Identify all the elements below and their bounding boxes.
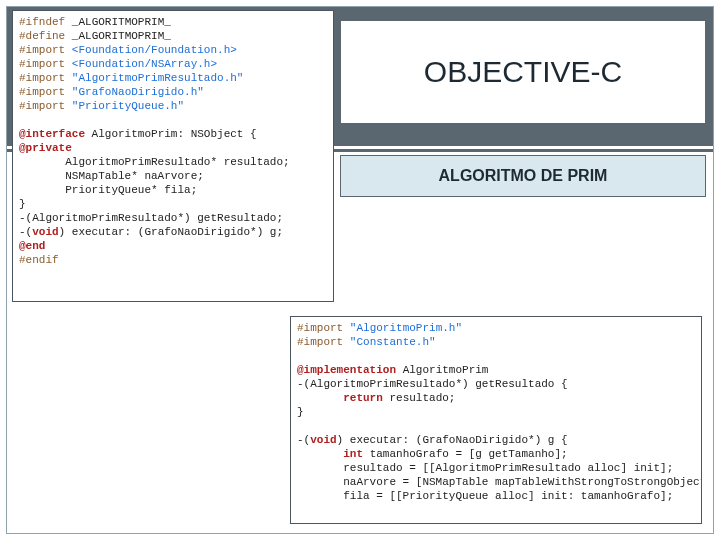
code-token: <Foundation/Foundation.h>: [72, 44, 237, 56]
code-line: AlgoritmoPrimResultado* resultado;: [19, 156, 290, 168]
page-title: OBJECTIVE-C: [424, 55, 622, 89]
code-line: }: [19, 198, 26, 210]
code-token: "AlgoritmoPrim.h": [350, 322, 462, 334]
code-implementation-file: #import "AlgoritmoPrim.h" #import "Const…: [290, 316, 702, 524]
code-line: resultado = [[AlgoritmoPrimResultado all…: [297, 462, 673, 474]
code-token: <Foundation/NSArray.h>: [72, 58, 217, 70]
code-token: int: [343, 448, 363, 460]
code-token: return: [343, 392, 383, 404]
code-token: #import: [297, 322, 343, 334]
page-subtitle: ALGORITMO DE PRIM: [439, 167, 608, 185]
code-token: @private: [19, 142, 72, 154]
code-token: -(: [297, 434, 310, 446]
code-header-file: #ifndef _ALGORITMOPRIM_ #define _ALGORIT…: [12, 10, 334, 302]
code-token: #define: [19, 30, 65, 42]
code-line: -(AlgoritmoPrimResultado*) getResultado;: [19, 212, 283, 224]
code-token: [297, 448, 343, 460]
code-token: void: [310, 434, 336, 446]
code-token: _ALGORITMOPRIM_: [72, 30, 171, 42]
code-token: ) executar: (GrafoNaoDirigido*) g;: [59, 226, 283, 238]
subtitle-box: ALGORITMO DE PRIM: [340, 155, 706, 197]
code-token: [297, 392, 343, 404]
code-token: _ALGORITMOPRIM_: [72, 16, 171, 28]
code-token: ) executar: (GrafoNaoDirigido*) g {: [337, 434, 568, 446]
code-token: #import: [19, 72, 65, 84]
code-token: #import: [19, 58, 65, 70]
code-line: fila = [[PriorityQueue alloc] init: tama…: [297, 490, 673, 502]
code-line: PriorityQueue* fila;: [19, 184, 197, 196]
code-token: tamanhoGrafo = [g getTamanho];: [363, 448, 568, 460]
code-token: "AlgoritmoPrimResultado.h": [72, 72, 244, 84]
code-token: @implementation: [297, 364, 396, 376]
code-token: @interface: [19, 128, 85, 140]
code-token: "PriorityQueue.h": [72, 100, 184, 112]
code-token: resultado;: [383, 392, 456, 404]
code-token: #endif: [19, 254, 59, 266]
code-line: -(AlgoritmoPrimResultado*) getResultado …: [297, 378, 568, 390]
code-token: #import: [297, 336, 343, 348]
code-line: naArvore = [NSMapTable mapTableWithStron…: [297, 476, 702, 488]
code-token: "GrafoNaoDirigido.h": [72, 86, 204, 98]
title-box: OBJECTIVE-C: [340, 20, 706, 124]
code-line: }: [297, 406, 304, 418]
code-token: AlgoritmoPrim: NSObject {: [85, 128, 257, 140]
code-token: AlgoritmoPrim: [396, 364, 488, 376]
code-token: #import: [19, 44, 65, 56]
code-line: NSMapTable* naArvore;: [19, 170, 204, 182]
code-token: void: [32, 226, 58, 238]
code-token: "Constante.h": [350, 336, 436, 348]
code-token: #import: [19, 86, 65, 98]
code-token: #import: [19, 100, 65, 112]
code-token: @end: [19, 240, 45, 252]
code-token: #ifndef: [19, 16, 65, 28]
code-token: -(: [19, 226, 32, 238]
